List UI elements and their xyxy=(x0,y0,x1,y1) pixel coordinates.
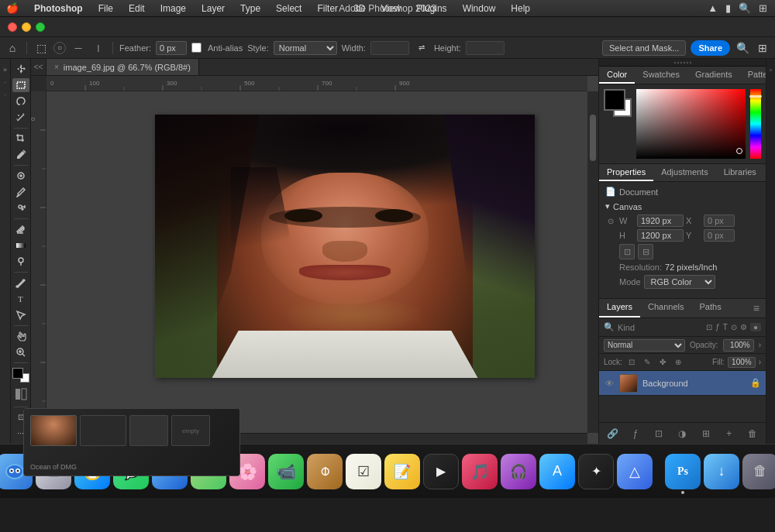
healing-tool[interactable] xyxy=(12,169,29,184)
link-layers-btn[interactable]: 🔗 xyxy=(605,427,619,441)
tab-expand-icon[interactable]: << xyxy=(31,59,46,76)
layer-visibility-toggle[interactable]: 👁 xyxy=(604,378,615,389)
home-tool-icon[interactable]: ⌂ xyxy=(5,40,20,56)
color-picker-gradient[interactable] xyxy=(636,89,746,159)
tab-swatches[interactable]: Swatches xyxy=(635,67,687,84)
search-menu-icon[interactable]: 🔍 xyxy=(739,2,751,14)
filter-icon-5[interactable]: ⚙ xyxy=(740,323,747,331)
color-selector[interactable] xyxy=(12,368,29,383)
lock-pixels-btn[interactable]: ✎ xyxy=(641,356,653,369)
share-button[interactable]: Share xyxy=(691,40,730,56)
tab-patterns[interactable]: Patterns xyxy=(740,67,766,84)
opacity-more-icon[interactable]: › xyxy=(759,341,761,349)
row-marquee-icon[interactable]: ― xyxy=(71,40,86,56)
right-panel-collapse-btn[interactable]: » xyxy=(767,62,775,77)
apple-menu-icon[interactable]: 🍎 xyxy=(6,2,19,14)
document-tab[interactable]: × image_69.jpg @ 66.7% (RGB/8#) xyxy=(46,59,199,75)
color-mode-select[interactable]: RGB Color CMYK Color Grayscale xyxy=(644,275,715,289)
opacity-input[interactable] xyxy=(723,339,754,352)
path-select-tool[interactable] xyxy=(12,307,29,322)
dock-podcasts2[interactable]: ⌽ xyxy=(307,454,343,489)
dock-music[interactable]: 🎵 xyxy=(462,454,498,489)
menu-photoshop[interactable]: Photoshop xyxy=(31,2,86,15)
filter-icon-2[interactable]: ƒ xyxy=(715,323,720,331)
dock-vectorize[interactable]: △ xyxy=(617,454,653,489)
lock-position-btn[interactable]: ✤ xyxy=(656,356,669,369)
dock-photoshop[interactable]: Ps xyxy=(665,454,701,489)
layer-effects-btn[interactable]: ƒ xyxy=(629,427,642,441)
color-gradient-saturation[interactable] xyxy=(636,89,746,159)
eraser-tool[interactable] xyxy=(12,222,29,237)
lock-all-btn[interactable]: ⊕ xyxy=(672,356,684,369)
image-size-icon[interactable]: ⊡ xyxy=(619,244,635,259)
lp-icon-2[interactable]: · xyxy=(1,77,10,87)
swap-dimensions-icon[interactable]: ⇌ xyxy=(414,40,429,56)
filter-icon-1[interactable]: ⊡ xyxy=(706,323,712,331)
layer-mask-btn[interactable]: ⊡ xyxy=(652,427,666,441)
clone-tool[interactable] xyxy=(12,201,29,215)
menu-file[interactable]: File xyxy=(95,2,116,15)
menu-select[interactable]: Select xyxy=(273,2,305,15)
foreground-color-swatch[interactable] xyxy=(604,89,625,111)
filter-icon-4[interactable]: ⊙ xyxy=(731,323,737,331)
dock-chatgpt[interactable]: ✦ xyxy=(578,454,614,489)
dock-podcasts[interactable]: 🎧 xyxy=(501,454,536,489)
new-layer-btn[interactable]: + xyxy=(722,427,736,441)
marquee-tool[interactable] xyxy=(12,78,29,93)
dock-download[interactable]: ↓ xyxy=(704,454,739,489)
col-marquee-icon[interactable]: | xyxy=(91,40,106,56)
dock-appstore[interactable]: A xyxy=(539,454,575,489)
tab-properties[interactable]: Properties xyxy=(599,164,653,181)
magic-wand-tool[interactable] xyxy=(12,110,29,125)
menu-type[interactable]: Type xyxy=(237,2,264,15)
rect-marquee-icon[interactable]: ⬚ xyxy=(33,40,49,56)
fill-input[interactable] xyxy=(728,357,756,368)
tab-channels[interactable]: Channels xyxy=(640,299,691,317)
filter-toggle[interactable]: ● xyxy=(750,323,761,331)
canvas-y-input[interactable] xyxy=(704,229,735,242)
minimize-button[interactable] xyxy=(22,22,31,32)
lp-arrow-icon[interactable]: » xyxy=(1,65,10,74)
hue-slider[interactable] xyxy=(750,89,761,159)
dock-reminders[interactable]: ☑ xyxy=(346,454,381,489)
ellipse-marquee-icon[interactable]: ○ xyxy=(53,42,66,54)
close-button[interactable] xyxy=(8,22,17,32)
scrollbar-vertical[interactable] xyxy=(587,91,598,433)
menu-filter[interactable]: Filter xyxy=(314,2,341,15)
link-dimensions-icon[interactable]: ⊙ xyxy=(605,215,616,226)
fill-more-icon[interactable]: › xyxy=(759,358,761,366)
delete-layer-btn[interactable]: 🗑 xyxy=(746,427,760,441)
lasso-tool[interactable] xyxy=(12,94,29,108)
feather-input[interactable] xyxy=(156,41,187,55)
lp-icon-3[interactable]: · xyxy=(1,90,10,99)
dock-notes[interactable]: 📝 xyxy=(384,454,420,489)
control-center-icon[interactable]: ⊞ xyxy=(759,2,767,14)
layer-background[interactable]: 👁 Background 🔒 xyxy=(599,371,766,396)
tab-adjustments[interactable]: Adjustments xyxy=(653,164,716,181)
lock-transparent-btn[interactable]: ⊡ xyxy=(625,356,638,369)
menu-window[interactable]: Window xyxy=(460,2,499,15)
options-more-icon[interactable]: ⊞ xyxy=(755,40,770,56)
canvas-width-input[interactable] xyxy=(637,215,684,227)
canvas-collapse-icon[interactable]: ▾ xyxy=(605,201,610,211)
dock-facetime[interactable]: 📹 xyxy=(268,454,304,489)
height-input[interactable] xyxy=(466,41,505,55)
zoom-tool[interactable] xyxy=(12,345,29,360)
dodge-tool[interactable] xyxy=(12,254,29,269)
select-and-mask-button[interactable]: Select and Mask... xyxy=(602,40,687,56)
type-tool[interactable]: T xyxy=(12,292,29,307)
canvas-area[interactable]: 0 100 300 500 700 900 xyxy=(31,76,598,444)
hand-tool[interactable] xyxy=(12,329,29,344)
canvas-x-input[interactable] xyxy=(704,215,735,227)
eyedropper-tool[interactable] xyxy=(12,147,29,162)
dock-appletv[interactable]: ▶ xyxy=(423,454,459,489)
menu-edit[interactable]: Edit xyxy=(126,2,148,15)
tab-libraries[interactable]: Libraries xyxy=(716,164,764,181)
maximize-button[interactable] xyxy=(36,22,45,32)
tab-close-icon[interactable]: × xyxy=(54,63,59,71)
width-input[interactable] xyxy=(370,41,409,55)
tab-color[interactable]: Color xyxy=(599,67,635,84)
brush-tool[interactable] xyxy=(12,185,29,200)
crop-tool[interactable] xyxy=(12,132,29,146)
move-tool[interactable] xyxy=(12,62,29,77)
